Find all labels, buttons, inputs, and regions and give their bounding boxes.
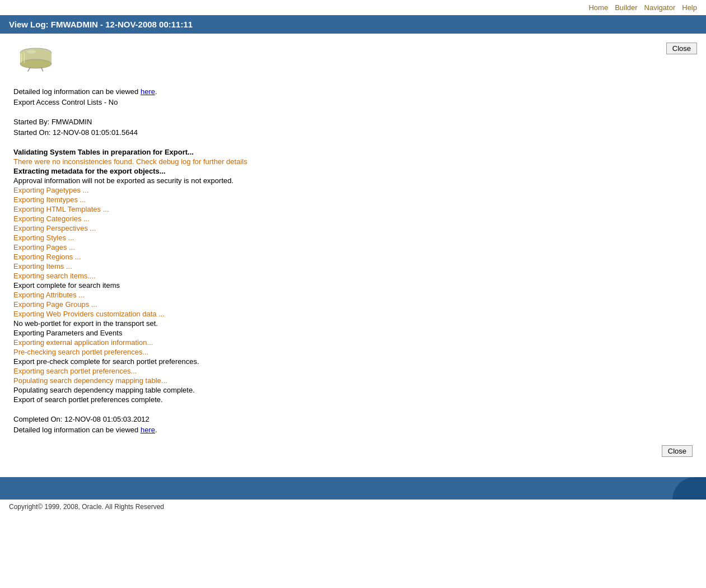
footer-bar — [0, 477, 706, 500]
log-line: Exporting Web Providers customization da… — [13, 310, 693, 318]
nav-help[interactable]: Help — [682, 3, 697, 12]
page-title: View Log: FMWADMIN - 12-NOV-2008 00:11:1… — [9, 20, 193, 29]
svg-point-2 — [20, 59, 52, 68]
detailed-log-prefix-bottom: Detailed log information can be viewed — [13, 426, 141, 434]
detailed-log-suffix-bottom: . — [155, 426, 157, 434]
close-button-top[interactable]: Close — [666, 43, 697, 54]
log-line: Exporting HTML Templates ... — [13, 205, 693, 213]
main-content: Detailed log information can be viewed h… — [0, 78, 706, 466]
nav-home[interactable]: Home — [588, 3, 608, 12]
log-line: Populating search dependency mapping tab… — [13, 386, 693, 394]
log-line: Exporting external application informati… — [13, 338, 693, 347]
started-by: Started By: FMWADMIN — [13, 118, 693, 126]
log-line: Populating search dependency mapping tab… — [13, 376, 693, 385]
log-line: No web-portlet for export in the transpo… — [13, 319, 693, 328]
detailed-log-link-top[interactable]: here — [141, 87, 155, 96]
logo-area — [9, 36, 72, 78]
oracle-logo-icon — [18, 40, 63, 74]
log-line: Exporting Pagetypes ... — [13, 186, 693, 194]
detailed-log-info-top: Detailed log information can be viewed h… — [13, 87, 693, 96]
info-section: Detailed log information can be viewed h… — [13, 87, 693, 106]
log-line: Pre-checking search portlet preferences.… — [13, 348, 693, 356]
log-line: Exporting Regions ... — [13, 253, 693, 261]
log-line: Exporting search portlet preferences... — [13, 367, 693, 375]
detailed-log-link-bottom[interactable]: here — [141, 426, 155, 434]
svg-point-7 — [27, 50, 36, 53]
export-acl-line: Export Access Control Lists - No — [13, 98, 693, 106]
log-line: Validating System Tables in preparation … — [13, 148, 693, 156]
log-line: Exporting Itemtypes ... — [13, 195, 693, 204]
log-line: Extracting metadata for the export objec… — [13, 167, 693, 175]
log-line: Exporting Pages ... — [13, 243, 693, 251]
log-line: Approval information will not be exporte… — [13, 176, 693, 185]
top-navigation: Home Builder Navigator Help — [0, 0, 706, 15]
log-line: There were no inconsistencies found. Che… — [13, 157, 693, 166]
detailed-log-info-bottom: Detailed log information can be viewed h… — [13, 426, 693, 434]
log-section: Validating System Tables in preparation … — [13, 148, 693, 404]
header-bar: View Log: FMWADMIN - 12-NOV-2008 00:11:1… — [0, 15, 706, 34]
log-line: Exporting Perspectives ... — [13, 224, 693, 232]
completed-on: Completed On: 12-NOV-08 01:05:03.2012 — [13, 415, 693, 423]
log-line: Exporting Categories ... — [13, 214, 693, 223]
started-on: Started On: 12-NOV-08 01:05:01.5644 — [13, 128, 693, 137]
nav-navigator[interactable]: Navigator — [644, 3, 676, 12]
footer-copyright: Copyright© 1999, 2008, Oracle. All Right… — [0, 500, 706, 514]
log-line: Exporting Items ... — [13, 262, 693, 270]
log-line: Exporting Page Groups ... — [13, 300, 693, 309]
detailed-log-prefix-top: Detailed log information can be viewed — [13, 87, 141, 96]
nav-builder[interactable]: Builder — [615, 3, 637, 12]
log-line: Export pre-check complete for search por… — [13, 357, 693, 366]
log-line: Export of search portlet preferences com… — [13, 395, 693, 404]
started-section: Started By: FMWADMIN Started On: 12-NOV-… — [13, 118, 693, 137]
log-line: Export complete for search items — [13, 281, 693, 290]
log-line: Exporting Attributes ... — [13, 291, 693, 299]
log-line: Exporting search items.... — [13, 272, 693, 280]
log-line: Exporting Styles ... — [13, 234, 693, 242]
close-button-bottom[interactable]: Close — [662, 445, 693, 457]
completed-section: Completed On: 12-NOV-08 01:05:03.2012 De… — [13, 415, 693, 434]
log-line: Exporting Parameters and Events — [13, 329, 693, 337]
detailed-log-suffix-top: . — [155, 87, 157, 96]
